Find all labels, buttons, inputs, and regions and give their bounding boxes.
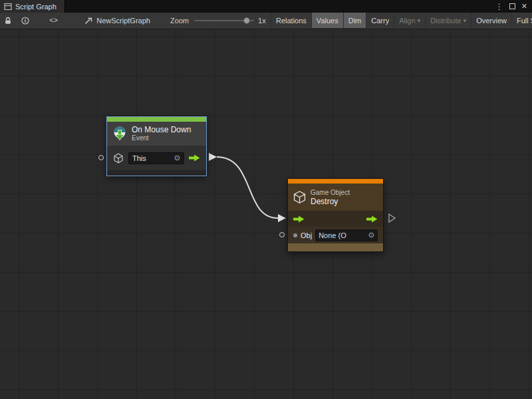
value-port-dot-icon <box>293 233 297 237</box>
connection-edge[interactable] <box>217 157 278 218</box>
object-picker-icon[interactable]: ⊙ <box>174 154 180 162</box>
game-object-icon <box>293 190 307 204</box>
obj-field[interactable]: None (O ⊙ <box>315 229 378 241</box>
graph-reference[interactable]: NewScriptGraph <box>84 17 150 25</box>
zoom-slider-knob[interactable] <box>243 17 250 24</box>
titlebar-controls: ⋮ ✕ <box>495 3 532 11</box>
game-object-icon <box>113 153 124 164</box>
zoom-slider[interactable] <box>194 13 254 29</box>
node-accent-bar <box>107 117 206 122</box>
destroy-obj-row: Obj None (O ⊙ <box>288 227 383 243</box>
node-footer <box>288 243 383 251</box>
graph-canvas[interactable]: On Mouse Down Event This ⊙ <box>0 29 532 399</box>
node-footer <box>107 170 206 176</box>
event-node-header[interactable]: On Mouse Down Event <box>107 122 206 146</box>
node-subtitle: Event <box>132 134 191 142</box>
target-field-value: This <box>132 154 146 162</box>
fullscreen-button[interactable]: Full Screen <box>511 13 532 28</box>
node-category: Game Object <box>311 189 350 197</box>
chevron-down-icon: ▾ <box>418 17 421 24</box>
chevron-down-icon: ▾ <box>464 17 467 24</box>
distribute-button-label: Distribute <box>430 17 461 25</box>
destroy-flow-output-port[interactable] <box>389 214 395 222</box>
tab-title: Script Graph <box>15 3 57 11</box>
script-graph-window: Script Graph ⋮ ✕ <> NewScriptGraph Zoom … <box>0 0 532 399</box>
obj-label: Obj <box>301 231 312 239</box>
node-destroy[interactable]: Game Object Destroy Obj None (O ⊙ <box>287 178 384 252</box>
object-picker-icon[interactable]: ⊙ <box>368 231 374 239</box>
connection-start-cap <box>209 153 217 161</box>
flow-output-port[interactable] <box>189 154 200 162</box>
graph-name: NewScriptGraph <box>96 17 150 25</box>
zoom-label: Zoom <box>170 17 189 25</box>
target-value-input-port[interactable] <box>98 155 104 160</box>
flow-output-port[interactable] <box>366 215 378 223</box>
toolbar: <> NewScriptGraph Zoom 1x Relations Valu… <box>0 13 532 29</box>
script-graph-asset-icon <box>84 17 93 25</box>
overview-button[interactable]: Overview <box>471 13 511 28</box>
zoom-value: 1x <box>258 17 266 25</box>
node-accent-bar <box>288 179 383 184</box>
align-button[interactable]: Align ▾ <box>394 13 425 28</box>
flow-input-port[interactable] <box>293 215 305 223</box>
destroy-node-header[interactable]: Game Object Destroy <box>288 184 383 211</box>
titlebar: Script Graph ⋮ ✕ <box>0 0 532 13</box>
carry-button[interactable]: Carry <box>366 13 394 28</box>
connection-layer <box>0 29 532 399</box>
window-menu-icon[interactable]: ⋮ <box>495 3 503 11</box>
toolbar-button-group: Relations Values Dim Carry Align ▾ Distr… <box>271 13 532 28</box>
close-icon[interactable]: ✕ <box>521 3 527 10</box>
destroy-flow-row <box>288 211 383 227</box>
obj-value-input-port[interactable] <box>279 232 285 237</box>
code-icon[interactable]: <> <box>49 17 58 25</box>
obj-field-value: None (O <box>319 231 346 239</box>
align-button-label: Align <box>399 17 415 25</box>
lock-icon[interactable] <box>4 17 12 25</box>
connection-arrowhead-icon <box>278 214 286 222</box>
event-target-row: This ⊙ <box>107 146 206 170</box>
info-icon[interactable] <box>21 17 29 25</box>
distribute-button[interactable]: Distribute ▾ <box>425 13 471 28</box>
tab-script-graph[interactable]: Script Graph <box>0 0 65 13</box>
target-field[interactable]: This ⊙ <box>128 152 184 164</box>
dim-button[interactable]: Dim <box>343 13 366 28</box>
graph-tab-icon <box>4 3 12 11</box>
node-title: On Mouse Down <box>132 125 191 134</box>
maximize-icon[interactable] <box>509 3 515 9</box>
values-button[interactable]: Values <box>311 13 343 28</box>
mouse-event-icon <box>112 126 128 142</box>
node-title: Destroy <box>311 197 350 206</box>
relations-button[interactable]: Relations <box>271 13 311 28</box>
node-on-mouse-down[interactable]: On Mouse Down Event This ⊙ <box>106 116 207 176</box>
